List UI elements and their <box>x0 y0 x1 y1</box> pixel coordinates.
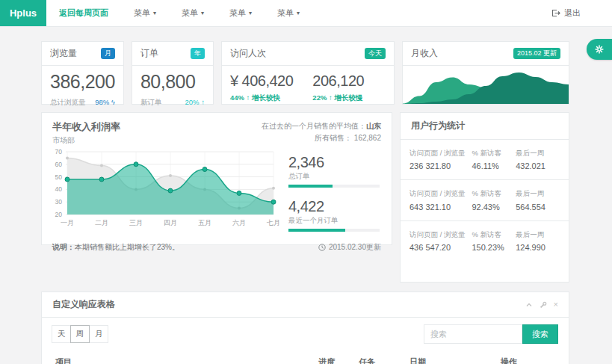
card-income-title: 月收入 <box>411 47 438 60</box>
svg-text:70: 70 <box>55 148 63 155</box>
projects-table: 项目 进度 任务 日期 操作 米莫说 | MiMO Show <box>52 351 558 364</box>
svg-text:40: 40 <box>55 185 63 193</box>
last-week-value: 564.554 <box>516 203 560 212</box>
col-date: 日期 <box>407 351 498 364</box>
pages-views-label: 访问页面 / 浏览量 <box>409 229 469 240</box>
pages-views-value: 236 321.80 <box>409 161 469 170</box>
nav-menu-3[interactable]: 菜单 ▾ <box>217 0 265 26</box>
orders-percent: 20% <box>185 98 199 106</box>
new-visitors-value: 92.43% <box>472 203 516 212</box>
card-pageviews-title: 浏览量 <box>50 47 77 60</box>
user-stats-panel: 用户行为统计 访问页面 / 浏览量 236 321.80 % 新访客 46.11… <box>400 112 569 283</box>
caret-down-icon: ▾ <box>201 10 204 16</box>
svg-text:五月: 五月 <box>198 219 211 226</box>
profit-panel-subtitle: 市场部 <box>52 135 120 146</box>
caret-down-icon: ▾ <box>153 10 156 16</box>
top-navbar: Hplus 返回每周页面 菜单 ▾ 菜单 ▾ 菜单 ▾ 菜单 ▾ 退出 <box>0 0 612 27</box>
card-orders: 订单 年 80,800 新订单 20% ↑ <box>132 41 214 105</box>
visits-group-2: 206,120 22% ↑ 增长较慢 <box>312 72 364 103</box>
month-orders-value: 4,422 <box>288 197 380 215</box>
last-week-label: 最后一周 <box>516 148 560 158</box>
page-content: 浏览量 月 386,200 总计浏览量 98% ϟ 订单 年 80,800 <box>0 27 612 364</box>
card-visits: 访问人次 今天 ¥ 406,420 44% ↑ 增长较快 206,120 22%… <box>221 41 395 105</box>
user-stats-row-2: 访问页面 / 浏览量 643 321.10 % 新访客 92.43% 最后一周 … <box>401 180 569 220</box>
profit-line-chart: 一月二月三月四月五月六月七月203040506070 <box>46 146 279 241</box>
collapse-icon[interactable] <box>525 302 533 308</box>
caret-down-icon: ▾ <box>297 10 300 16</box>
arrow-up-icon: ↑ <box>201 98 205 106</box>
svg-text:60: 60 <box>55 161 63 168</box>
visits-percent-2: 22% <box>312 93 327 102</box>
sign-out-icon <box>551 9 560 17</box>
total-orders-value: 2,346 <box>288 153 380 171</box>
wrench-icon[interactable] <box>540 301 547 309</box>
tab-week[interactable]: 周 <box>70 325 90 343</box>
all-sales-label: 所有销售： <box>315 134 352 142</box>
note-label: 说明： <box>52 243 75 251</box>
profit-panel-title: 半年收入利润率 <box>52 120 120 134</box>
responsive-table-panel: 自定义响应表格 × 天 周 月 <box>41 291 569 364</box>
nav-home-link[interactable]: 返回每周页面 <box>46 0 121 26</box>
logout-label: 退出 <box>564 7 581 19</box>
settings-gear-button[interactable] <box>587 39 612 60</box>
visits-group-1: ¥ 406,420 44% ↑ 增长较快 <box>230 72 293 103</box>
svg-text:三月: 三月 <box>129 219 143 226</box>
tab-month[interactable]: 月 <box>89 325 108 343</box>
col-action: 操作 <box>498 351 558 364</box>
col-task: 任务 <box>356 351 407 364</box>
col-progress: 进度 <box>315 351 356 364</box>
monthly-income-chart <box>403 66 569 105</box>
new-visitors-label: % 新访客 <box>472 229 516 240</box>
search-button[interactable]: 搜索 <box>522 324 558 344</box>
pages-views-value: 643 321.10 <box>409 203 469 212</box>
arrow-up-icon: ↑ <box>329 93 333 102</box>
orders-value: 80,800 <box>140 72 205 93</box>
nav-menu-1[interactable]: 菜单 ▾ <box>121 0 169 26</box>
svg-text:一月: 一月 <box>61 219 74 226</box>
profit-chart-panel: 半年收入利润率 市场部 在过去的一个月销售的平均值：山东 所有销售： 162,8… <box>41 112 392 245</box>
search-input[interactable] <box>424 324 522 344</box>
svg-text:四月: 四月 <box>164 219 177 226</box>
user-stats-row-1: 访问页面 / 浏览量 236 321.80 % 新访客 46.11% 最后一周 … <box>401 140 569 180</box>
new-visitors-value: 150.23% <box>472 243 516 252</box>
nav-menu-4-label: 菜单 <box>277 7 294 19</box>
caret-down-icon: ▾ <box>249 10 252 16</box>
note-text: 本期销售额比上期增长了23%。 <box>75 243 179 251</box>
arrow-up-icon: ↑ <box>247 93 250 102</box>
pageviews-sublabel: 总计浏览量 <box>50 98 86 108</box>
bolt-icon: ϟ <box>111 98 115 106</box>
app-logo[interactable]: Hplus <box>0 0 46 26</box>
nav-menu-2[interactable]: 菜单 ▾ <box>169 0 217 26</box>
nav-menu-2-label: 菜单 <box>182 7 198 19</box>
card-pageviews: 浏览量 月 386,200 总计浏览量 98% ϟ <box>41 41 124 105</box>
month-orders-label: 最近一个月订单 <box>288 216 380 226</box>
last-week-value: 432.021 <box>516 161 560 170</box>
avg-sales-value: 山东 <box>366 122 381 130</box>
visits-note-2: 增长较慢 <box>334 93 362 102</box>
badge-today: 今天 <box>365 48 386 59</box>
pageviews-percent: 98% <box>95 98 109 106</box>
all-sales-value: 162,862 <box>354 134 381 142</box>
card-visits-title: 访问人次 <box>230 47 266 60</box>
period-tab-group: 天 周 月 <box>52 325 108 343</box>
stat-cards-row: 浏览量 月 386,200 总计浏览量 98% ϟ 订单 年 80,800 <box>41 41 569 105</box>
total-orders-label: 总订单 <box>288 172 380 182</box>
visits-percent-1: 44% <box>230 93 244 102</box>
tab-day[interactable]: 天 <box>52 325 71 343</box>
close-icon[interactable]: × <box>554 300 558 309</box>
svg-text:20: 20 <box>55 211 63 218</box>
user-stats-row-3: 访问页面 / 浏览量 436 547.20 % 新访客 150.23% 最后一周… <box>401 221 569 261</box>
new-visitors-label: % 新访客 <box>472 148 516 158</box>
last-week-value: 124.990 <box>516 243 560 252</box>
pages-views-label: 访问页面 / 浏览量 <box>409 188 469 199</box>
nav-menu-4[interactable]: 菜单 ▾ <box>265 0 312 26</box>
badge-updated: 2015.02 更新 <box>513 48 560 59</box>
last-week-label: 最后一周 <box>516 229 560 240</box>
visits-note-1: 增长较快 <box>252 93 280 102</box>
col-project: 项目 <box>52 351 315 364</box>
new-visitors-label: % 新访客 <box>472 188 516 199</box>
logout-button[interactable]: 退出 <box>551 0 612 26</box>
total-orders-progressbar <box>288 185 380 188</box>
clock-icon <box>318 244 326 251</box>
nav-menu-1-label: 菜单 <box>134 7 150 19</box>
